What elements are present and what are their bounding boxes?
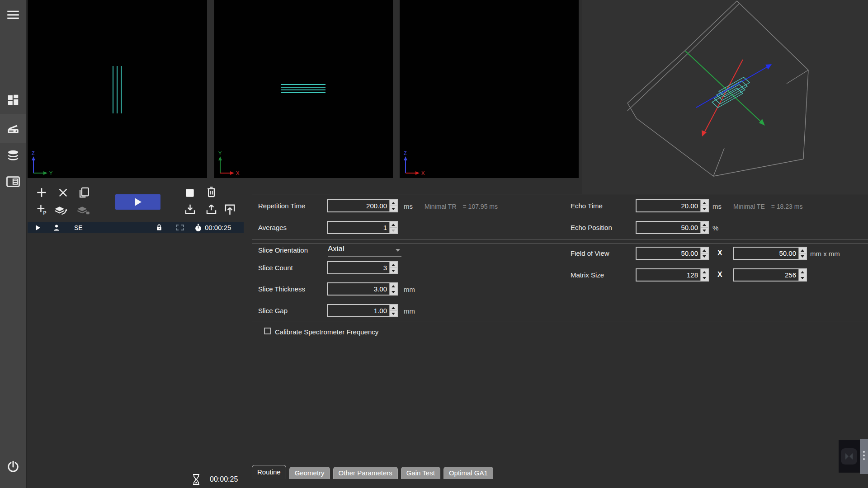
echo-time-field[interactable] bbox=[636, 199, 709, 212]
minimal-te-label: Minimal TE bbox=[733, 203, 765, 210]
spin-down-button[interactable] bbox=[701, 275, 708, 281]
export-stack-button[interactable] bbox=[53, 203, 68, 216]
spin-down-button[interactable] bbox=[390, 289, 397, 295]
spin-down-button[interactable] bbox=[701, 206, 708, 211]
fov-y-field[interactable] bbox=[733, 247, 807, 260]
upload-button[interactable] bbox=[205, 203, 217, 216]
power-button[interactable] bbox=[0, 460, 26, 474]
repetition-time-input[interactable] bbox=[328, 200, 389, 211]
spin-up-button[interactable] bbox=[390, 305, 397, 311]
spin-up-button[interactable] bbox=[799, 269, 806, 275]
spin-up-button[interactable] bbox=[799, 248, 806, 253]
spin-down-button[interactable] bbox=[799, 275, 806, 281]
tab-other-parameters[interactable]: Other Parameters bbox=[333, 467, 398, 479]
slice-thickness-input[interactable] bbox=[328, 283, 389, 295]
fov-x-spinner[interactable] bbox=[700, 248, 708, 259]
echo-position-input[interactable] bbox=[637, 222, 700, 233]
echo-position-spinner[interactable] bbox=[700, 222, 708, 233]
spin-up-button[interactable] bbox=[701, 200, 708, 206]
chat-widget-button[interactable] bbox=[841, 448, 857, 465]
slice-gap-input[interactable] bbox=[328, 305, 389, 316]
echo-position-field[interactable] bbox=[636, 221, 709, 234]
right-edge-handle[interactable] bbox=[860, 439, 868, 474]
matrix-x-field[interactable] bbox=[636, 268, 709, 282]
play-icon bbox=[135, 198, 142, 206]
delete-button[interactable] bbox=[205, 186, 217, 198]
spin-up-button[interactable] bbox=[390, 200, 397, 206]
stop-button[interactable] bbox=[185, 188, 195, 198]
matrix-y-field[interactable] bbox=[733, 268, 807, 282]
add-protocol-button[interactable]: P bbox=[36, 204, 47, 215]
run-button[interactable] bbox=[115, 194, 160, 210]
spin-down-button[interactable] bbox=[701, 228, 708, 233]
slice-orientation-select[interactable]: Axial bbox=[328, 243, 401, 257]
fov-x-input[interactable] bbox=[637, 248, 700, 259]
repetition-time-spinner[interactable] bbox=[389, 200, 397, 211]
fov-x-field[interactable] bbox=[636, 247, 709, 260]
matrix-y-spinner[interactable] bbox=[798, 269, 806, 281]
sequence-owner-button[interactable] bbox=[53, 222, 60, 233]
sequence-lock-button[interactable] bbox=[156, 222, 163, 233]
publish-button[interactable] bbox=[223, 203, 236, 216]
spin-up-button[interactable] bbox=[390, 283, 397, 289]
duplicate-button[interactable] bbox=[78, 187, 90, 199]
sidebar-item-dashboard[interactable] bbox=[0, 93, 26, 107]
spin-down-button[interactable] bbox=[701, 253, 708, 259]
stack-disabled-button[interactable] bbox=[76, 203, 90, 216]
slice-count-spinner[interactable] bbox=[389, 262, 397, 273]
slice-line bbox=[281, 92, 326, 93]
slice-line bbox=[281, 89, 326, 90]
field-of-view-label: Field of View bbox=[571, 249, 609, 257]
slice-thickness-field[interactable] bbox=[327, 282, 398, 296]
spin-up-button[interactable] bbox=[701, 269, 708, 275]
spin-up-button[interactable] bbox=[701, 248, 708, 253]
slice-viewport-xy[interactable]: Y X bbox=[214, 0, 393, 178]
add-button[interactable] bbox=[36, 187, 47, 198]
slice-viewport-xz[interactable]: Z X bbox=[400, 0, 579, 178]
spin-down-button[interactable] bbox=[799, 253, 806, 259]
remove-button[interactable] bbox=[57, 187, 69, 198]
tab-optimal-ga1[interactable]: Optimal GA1 bbox=[443, 467, 493, 479]
spin-down-button[interactable] bbox=[390, 228, 397, 233]
viewport-3d[interactable] bbox=[582, 0, 868, 194]
axis-indicator-xz: Z X bbox=[400, 150, 431, 178]
averages-input[interactable] bbox=[328, 222, 389, 233]
averages-spinner[interactable] bbox=[389, 222, 397, 233]
tab-routine[interactable]: Routine bbox=[252, 465, 286, 479]
matrix-x-spinner[interactable] bbox=[700, 269, 708, 281]
slice-gap-field[interactable] bbox=[327, 304, 398, 317]
sidebar-item-scanner[interactable] bbox=[0, 122, 26, 135]
tab-gain-test[interactable]: Gain Test bbox=[401, 467, 440, 479]
spin-down-button[interactable] bbox=[390, 206, 397, 211]
fov-y-spinner[interactable] bbox=[798, 248, 806, 259]
spin-down-button[interactable] bbox=[390, 268, 397, 273]
download-button[interactable] bbox=[184, 203, 196, 216]
fov-y-input[interactable] bbox=[734, 248, 798, 259]
slice-count-input[interactable] bbox=[328, 262, 389, 273]
minimal-tr-hint: Minimal TR = 107.95 ms bbox=[425, 203, 498, 210]
slice-viewport-yz[interactable]: Z Y bbox=[28, 0, 207, 178]
menu-button[interactable] bbox=[0, 10, 26, 20]
averages-field[interactable] bbox=[327, 221, 398, 234]
spin-down-button[interactable] bbox=[390, 311, 397, 316]
tab-geometry[interactable]: Geometry bbox=[289, 467, 330, 479]
repetition-time-field[interactable] bbox=[327, 199, 398, 212]
sequence-row[interactable]: SE 00:00:25 bbox=[28, 222, 244, 233]
sequence-play-button[interactable] bbox=[36, 222, 40, 233]
sequence-selection-button[interactable] bbox=[176, 222, 184, 233]
matrix-y-input[interactable] bbox=[734, 269, 798, 281]
spin-up-button[interactable] bbox=[701, 222, 708, 228]
spin-up-button[interactable] bbox=[390, 222, 397, 228]
slice-gap-spinner[interactable] bbox=[389, 305, 397, 316]
slice-thickness-spinner[interactable] bbox=[389, 283, 397, 295]
matrix-size-label: Matrix Size bbox=[571, 271, 604, 279]
echo-time-input[interactable] bbox=[637, 200, 700, 211]
spin-up-button[interactable] bbox=[390, 262, 397, 268]
echo-time-spinner[interactable] bbox=[700, 200, 708, 211]
calibrate-frequency-checkbox[interactable] bbox=[264, 328, 271, 334]
slice-count-field[interactable] bbox=[327, 261, 398, 274]
matrix-x-input[interactable] bbox=[637, 269, 700, 281]
sidebar-item-records[interactable] bbox=[0, 175, 26, 188]
sidebar-item-database[interactable] bbox=[0, 149, 26, 162]
upload-top-icon bbox=[223, 203, 236, 216]
